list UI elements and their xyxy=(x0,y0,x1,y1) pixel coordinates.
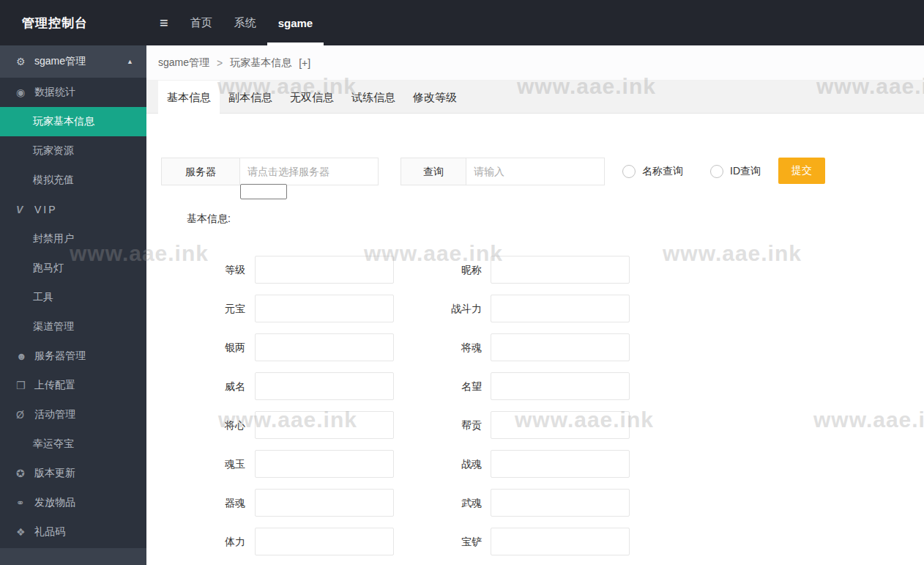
field-label-yuanbao: 元宝 xyxy=(176,295,245,322)
sidebar-item-data-stats[interactable]: ◉ 数据统计 xyxy=(0,78,146,107)
sidebar-item-activity-mgmt[interactable]: Ø 活动管理 xyxy=(0,400,146,429)
form-row: 将心 帮贡 xyxy=(146,411,924,439)
link-icon: ⚭ xyxy=(16,497,34,509)
field-input-weapon-soul[interactable] xyxy=(255,489,394,517)
breadcrumb-add-button[interactable]: [+] xyxy=(299,57,310,69)
field-input-treasure-shovel[interactable] xyxy=(491,528,630,555)
sidebar-item-ban-users[interactable]: 封禁用户 xyxy=(0,224,146,254)
stats-icon: ◉ xyxy=(16,86,34,98)
hamburger-icon[interactable]: ≡ xyxy=(149,0,179,45)
sidebar-item-label: 礼品码 xyxy=(34,525,65,539)
version-icon: ✪ xyxy=(16,468,34,479)
radio-label: 名称查询 xyxy=(642,165,683,178)
breadcrumb-parent[interactable]: sgame管理 xyxy=(158,56,209,70)
radio-circle-icon[interactable] xyxy=(710,165,723,178)
field-input-silver[interactable] xyxy=(255,333,394,361)
sidebar-item-gift-code[interactable]: ❖ 礼品码 xyxy=(0,517,146,547)
field-label-war-soul: 战魂 xyxy=(428,450,482,478)
app-title: 管理控制台 xyxy=(0,0,146,45)
tab-wushuang-info[interactable]: 无双信息 xyxy=(281,81,343,114)
sidebar-item-label: VIP xyxy=(34,204,58,215)
sidebar-group-sgame[interactable]: ⚙ sgame管理 ▲ xyxy=(0,45,146,78)
main-content: 服务器 查询 名称查询 ID查询 提交 基本信息: 等级 昵称 元宝 xyxy=(146,114,924,565)
field-label-nickname: 昵称 xyxy=(428,256,482,284)
sidebar-item-mock-recharge[interactable]: 模拟充值 xyxy=(0,166,146,195)
field-input-stamina[interactable] xyxy=(255,528,394,555)
radio-circle-icon[interactable] xyxy=(622,165,636,178)
field-input-guild-contribution[interactable] xyxy=(491,411,630,439)
tab-strip: 基本信息 副本信息 无双信息 试练信息 修改等级 xyxy=(146,81,924,114)
sidebar-item-player-resources[interactable]: 玩家资源 xyxy=(0,136,146,166)
field-input-martial-soul[interactable] xyxy=(491,489,630,517)
field-input-fame[interactable] xyxy=(491,372,630,400)
field-input-nickname[interactable] xyxy=(491,256,630,284)
sidebar-item-player-basic-info[interactable]: 玩家基本信息 xyxy=(0,107,146,136)
form-row: 威名 名望 xyxy=(146,372,924,400)
field-label-prestige: 威名 xyxy=(176,372,245,400)
topnav-system[interactable]: 系统 xyxy=(223,0,267,45)
sidebar-footer xyxy=(0,548,146,565)
form-row: 器魂 武魂 xyxy=(146,489,924,517)
sidebar-item-lucky-draw[interactable]: 幸运夺宝 xyxy=(0,429,146,459)
radio-label: ID查询 xyxy=(730,165,761,178)
sidebar-item-label: 幸运夺宝 xyxy=(33,437,74,451)
sidebar-item-tools[interactable]: 工具 xyxy=(0,283,146,312)
field-input-yuanbao[interactable] xyxy=(255,295,394,322)
field-label-soul-jade: 魂玉 xyxy=(176,450,245,478)
sidebar-item-marquee[interactable]: 跑马灯 xyxy=(0,254,146,283)
field-label-weapon-soul: 器魂 xyxy=(176,489,245,517)
form-row: 体力 宝铲 xyxy=(146,528,924,555)
sidebar-item-label: 模拟充值 xyxy=(33,174,74,187)
gear-icon: ⚙ xyxy=(16,56,34,67)
topnav-sgame[interactable]: sgame xyxy=(267,0,324,45)
sidebar-group-label: sgame管理 xyxy=(34,55,86,68)
submit-button[interactable]: 提交 xyxy=(778,158,825,184)
topnav-home[interactable]: 首页 xyxy=(179,0,223,45)
breadcrumb-separator: > xyxy=(217,57,223,69)
sidebar-item-upload-config[interactable]: ❒ 上传配置 xyxy=(0,371,146,400)
sidebar-item-vip[interactable]: V VIP xyxy=(0,195,146,224)
tab-trial-info[interactable]: 试练信息 xyxy=(343,81,404,114)
query-input[interactable] xyxy=(466,158,605,185)
sidebar-item-server-mgmt[interactable]: ☻ 服务器管理 xyxy=(0,341,146,371)
server-select-input[interactable] xyxy=(240,158,379,185)
radio-name-query[interactable]: 名称查询 xyxy=(622,158,683,185)
sidebar-item-label: 版本更新 xyxy=(34,467,75,480)
top-nav: 首页 系统 sgame xyxy=(179,0,324,45)
server-select-label: 服务器 xyxy=(161,158,240,185)
app-window: 管理控制台 ≡ 首页 系统 sgame ⚙ sgame管理 ▲ ◉ 数据统计 玩… xyxy=(0,0,924,565)
field-input-war-soul[interactable] xyxy=(491,450,630,478)
field-input-general-soul[interactable] xyxy=(491,333,630,361)
tab-basic-info[interactable]: 基本信息 xyxy=(158,81,220,114)
radio-id-query[interactable]: ID查询 xyxy=(710,158,761,185)
server-select-popup-box[interactable] xyxy=(240,184,287,199)
field-label-battle-power: 战斗力 xyxy=(428,295,482,322)
field-label-silver: 银两 xyxy=(176,333,245,361)
field-label-general-heart: 将心 xyxy=(176,411,245,439)
sidebar-item-channel-mgmt[interactable]: 渠道管理 xyxy=(0,312,146,341)
sidebar-item-label: 跑马灯 xyxy=(33,262,64,275)
server-select-group: 服务器 xyxy=(161,158,379,185)
form-row: 银两 将魂 xyxy=(146,333,924,361)
sidebar-item-grant-items[interactable]: ⚭ 发放物品 xyxy=(0,488,146,517)
field-input-battle-power[interactable] xyxy=(491,295,630,322)
activity-icon: Ø xyxy=(16,409,34,421)
breadcrumb: sgame管理 > 玩家基本信息 [+] xyxy=(146,45,924,81)
field-label-guild-contribution: 帮贡 xyxy=(428,411,482,439)
query-group: 查询 xyxy=(400,158,605,185)
sidebar-item-label: 上传配置 xyxy=(34,379,75,392)
chevron-up-icon: ▲ xyxy=(127,58,133,65)
server-icon: ☻ xyxy=(16,350,34,362)
field-input-general-heart[interactable] xyxy=(255,411,394,439)
field-input-level[interactable] xyxy=(255,256,394,284)
sidebar-item-version-update[interactable]: ✪ 版本更新 xyxy=(0,459,146,488)
sidebar-item-label: 服务器管理 xyxy=(34,350,86,363)
field-input-prestige[interactable] xyxy=(255,372,394,400)
field-label-martial-soul: 武魂 xyxy=(428,489,482,517)
field-label-treasure-shovel: 宝铲 xyxy=(428,528,482,555)
tab-dungeon-info[interactable]: 副本信息 xyxy=(220,81,281,114)
field-input-soul-jade[interactable] xyxy=(255,450,394,478)
breadcrumb-current[interactable]: 玩家基本信息 xyxy=(230,56,291,70)
query-label: 查询 xyxy=(400,158,466,185)
tab-modify-level[interactable]: 修改等级 xyxy=(404,81,466,114)
